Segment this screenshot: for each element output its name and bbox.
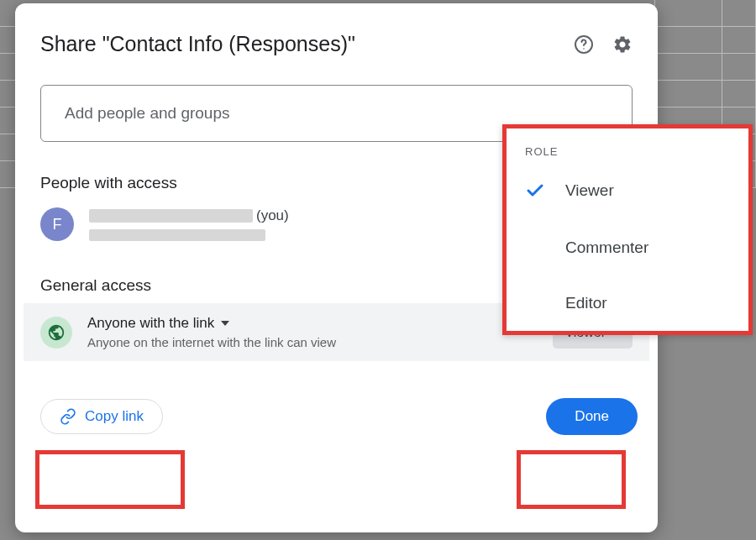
done-label: Done (575, 408, 609, 424)
avatar: F (40, 207, 74, 241)
check-icon (525, 180, 545, 202)
general-access-description: Anyone on the internet with the link can… (87, 335, 553, 349)
person-name-redacted (89, 209, 253, 223)
role-menu-item-editor[interactable]: Editor (507, 275, 748, 331)
role-menu-header: ROLE (507, 128, 748, 161)
general-access-title: Anyone with the link (87, 315, 214, 332)
help-icon[interactable] (574, 34, 594, 55)
gear-icon[interactable] (612, 34, 633, 55)
role-menu-item-viewer[interactable]: Viewer (507, 161, 748, 220)
person-email-redacted (89, 229, 265, 241)
add-people-placeholder: Add people and groups (65, 104, 230, 123)
general-access-selector[interactable]: Anyone with the link (87, 315, 553, 332)
done-button[interactable]: Done (546, 398, 638, 435)
dialog-header: Share "Contact Info (Responses)" (15, 3, 658, 68)
globe-icon (40, 317, 72, 349)
chevron-down-icon (221, 321, 229, 326)
role-menu-item-commenter[interactable]: Commenter (507, 220, 748, 275)
role-item-label: Editor (565, 294, 607, 312)
copy-link-button[interactable]: Copy link (40, 399, 163, 434)
role-menu: ROLE Viewer Commenter Editor (502, 124, 753, 335)
role-item-label: Commenter (565, 239, 648, 257)
link-icon (60, 408, 76, 425)
dialog-title: Share "Contact Info (Responses)" (40, 32, 574, 56)
you-suffix: (you) (256, 207, 289, 224)
svg-point-1 (583, 48, 585, 50)
role-item-label: Viewer (565, 181, 614, 200)
copy-link-label: Copy link (85, 408, 144, 425)
